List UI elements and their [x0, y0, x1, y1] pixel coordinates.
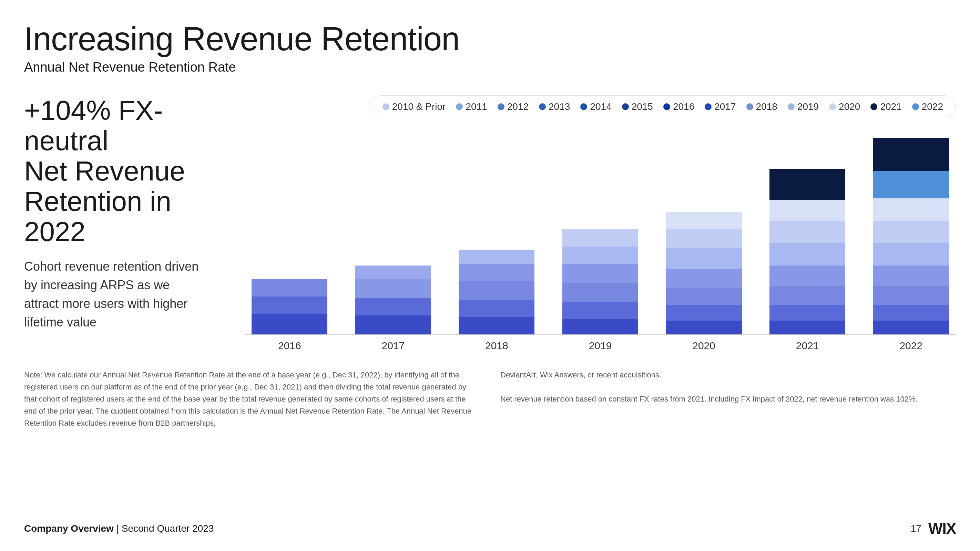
bar-segment-2022-6 [873, 198, 949, 221]
bar-segment-2022-8 [873, 138, 949, 171]
bar-stack-2016 [251, 279, 327, 334]
legend-item-2012: 2012 [498, 101, 528, 112]
bar-group-2017 [348, 265, 438, 334]
bar-segment-2021-6 [770, 200, 845, 221]
bar-segment-2018-4 [459, 250, 535, 264]
legend-dot-2017 [705, 103, 711, 110]
footer-period: Second Quarter 2023 [122, 523, 214, 534]
legend-label-2011: 2011 [466, 101, 487, 112]
legend-item-2014: 2014 [580, 101, 611, 112]
bar-segment-2016-1 [251, 297, 327, 314]
bar-segment-2018-3 [459, 264, 535, 281]
bar-segment-2018-1 [459, 300, 535, 317]
legend-item-2013: 2013 [539, 101, 570, 112]
bar-segment-2020-1 [666, 305, 742, 321]
x-label-2021: 2021 [762, 335, 853, 352]
bar-group-2021 [762, 169, 853, 334]
footer-left: Company Overview | Second Quarter 2023 [24, 523, 214, 534]
footnote-right-2: Net revenue retention based on constant … [500, 393, 956, 405]
legend-dot-2011 [456, 103, 463, 110]
legend-item-2015: 2015 [622, 101, 653, 112]
bar-group-2020 [659, 212, 749, 334]
bar-segment-2021-7 [770, 169, 845, 200]
chart-legend: 2010 & Prior2011201220132014201520162017… [370, 95, 956, 118]
legend-label-2018: 2018 [756, 101, 777, 112]
bar-segment-2021-5 [770, 221, 845, 243]
bar-segment-2021-2 [770, 286, 845, 305]
legend-label-2020: 2020 [839, 101, 860, 112]
legend-item-2018: 2018 [746, 101, 777, 112]
legend-label-2015: 2015 [632, 101, 653, 112]
content-area: +104% FX-neutral Net Revenue Retention i… [24, 95, 956, 352]
legend-label-2010prior: 2010 & Prior [392, 101, 446, 112]
legend-item-2019: 2019 [788, 101, 819, 112]
legend-item-2010prior: 2010 & Prior [382, 101, 446, 112]
bar-segment-2020-4 [666, 248, 742, 269]
footer-divider: | [116, 523, 122, 534]
bar-stack-2017 [355, 265, 431, 334]
bar-segment-2021-3 [770, 265, 845, 286]
bar-segment-2021-1 [770, 305, 845, 321]
legend-label-2014: 2014 [590, 101, 611, 112]
footnote-right-1: DeviantArt, Wix Answers, or recent acqui… [500, 369, 956, 381]
footnote-area: Note: We calculate our Annual Net Revenu… [24, 369, 956, 429]
description: Cohort revenue retention driven by incre… [24, 257, 203, 332]
bar-segment-2017-0 [355, 316, 431, 334]
legend-dot-2010prior [382, 103, 390, 110]
legend-item-2022: 2022 [912, 101, 943, 112]
bar-segment-2017-3 [355, 265, 431, 279]
bar-segment-2016-2 [251, 279, 327, 297]
right-panel: 2010 & Prior2011201220132014201520162017… [245, 95, 956, 352]
legend-dot-2020 [829, 103, 836, 110]
legend-dot-2016 [663, 103, 670, 110]
legend-dot-2019 [788, 103, 795, 110]
page: Increasing Revenue Retention Annual Net … [0, 0, 980, 551]
page-subtitle: Annual Net Revenue Retention Rate [24, 60, 956, 75]
bar-stack-2019 [562, 229, 638, 334]
bar-segment-2019-5 [562, 229, 638, 246]
bar-segment-2022-2 [873, 286, 949, 305]
bar-segment-2019-0 [562, 319, 638, 334]
footnote-right: DeviantArt, Wix Answers, or recent acqui… [500, 369, 956, 429]
bar-group-2019 [555, 229, 646, 334]
x-label-2022: 2022 [866, 335, 956, 352]
legend-label-2016: 2016 [673, 101, 694, 112]
x-label-2020: 2020 [659, 335, 749, 352]
bar-segment-2022-0 [873, 321, 949, 334]
legend-label-2021: 2021 [880, 101, 901, 112]
x-label-2018: 2018 [452, 335, 542, 352]
legend-dot-2015 [622, 103, 629, 110]
stat-line1: +104% FX-neutral [24, 95, 217, 156]
bar-segment-2020-3 [666, 269, 742, 288]
bar-segment-2020-5 [666, 229, 742, 248]
page-number: 17 [911, 523, 921, 534]
left-panel: +104% FX-neutral Net Revenue Retention i… [24, 95, 217, 352]
footer: Company Overview | Second Quarter 2023 1… [24, 520, 956, 537]
bar-segment-2021-0 [770, 321, 845, 334]
legend-dot-2018 [746, 103, 753, 110]
company-name: Company Overview [24, 523, 114, 534]
stat-line2: Net Revenue Retention in 2022 [24, 156, 217, 247]
page-title: Increasing Revenue Retention [24, 21, 956, 57]
bar-segment-2016-0 [251, 314, 327, 334]
bar-segment-2017-1 [355, 298, 431, 316]
bar-group-2016 [245, 279, 334, 334]
legend-item-2020: 2020 [829, 101, 860, 112]
bar-segment-2020-2 [666, 288, 742, 305]
bar-segment-2022-1 [873, 305, 949, 321]
bar-segment-2020-6 [666, 212, 742, 229]
x-label-2016: 2016 [245, 335, 334, 352]
legend-dot-2012 [498, 103, 504, 110]
bar-stack-2021 [770, 169, 845, 334]
legend-label-2019: 2019 [797, 101, 819, 112]
legend-label-2013: 2013 [549, 101, 570, 112]
bar-stack-2018 [459, 250, 535, 334]
bar-segment-2019-2 [562, 283, 638, 302]
legend-item-2011: 2011 [456, 101, 487, 112]
bar-group-2022 [866, 138, 956, 334]
legend-item-2016: 2016 [663, 101, 694, 112]
legend-dot-2014 [580, 103, 587, 110]
bar-stack-2022 [873, 138, 949, 334]
bar-segment-2020-0 [666, 321, 742, 334]
bar-segment-2017-2 [355, 279, 431, 298]
